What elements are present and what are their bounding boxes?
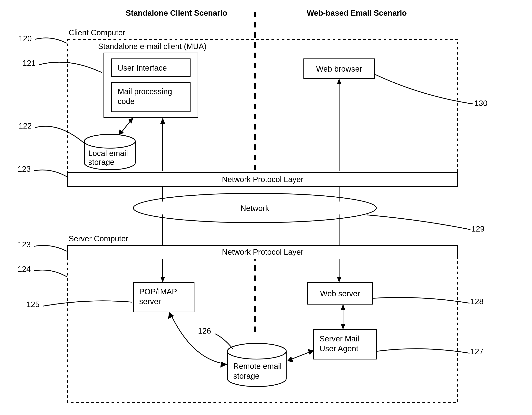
arrow-npl-server-to-webserver [337, 259, 342, 283]
svg-marker-17 [220, 362, 227, 367]
npl-server-label: Network Protocol Layer [222, 248, 304, 256]
ref-122: 122 [19, 121, 32, 130]
ref-123a: 123 [18, 165, 31, 173]
svg-line-1 [121, 120, 131, 133]
ref-124: 124 [18, 265, 31, 273]
smua-l1: Server Mail [320, 334, 359, 343]
web-browser-label: Web browser [316, 65, 362, 73]
remote-storage-l2: storage [233, 372, 259, 380]
ref-130: 130 [474, 99, 487, 108]
ref-125: 125 [27, 300, 40, 309]
ui-label: User Interface [118, 64, 167, 72]
local-storage-l1: Local email [88, 149, 128, 158]
network-label: Network [240, 204, 269, 213]
pop-imap-l2: server [139, 297, 161, 306]
local-storage-l2: storage [88, 158, 114, 166]
web-server-label: Web server [320, 289, 360, 298]
npl-client-label: Network Protocol Layer [222, 175, 304, 184]
svg-marker-16 [168, 312, 174, 319]
lead-126 [215, 334, 233, 349]
local-storage-cylinder: Local email storage [84, 134, 135, 170]
arrow-npl-server-to-pop [160, 259, 165, 283]
arrow-webserver-smua [341, 304, 345, 330]
arrow-mua-to-local [119, 118, 133, 135]
ref-120: 120 [19, 34, 32, 43]
svg-marker-7 [337, 79, 342, 84]
lead-130 [375, 75, 473, 104]
remote-storage-cylinder: Remote email storage [227, 343, 286, 386]
svg-marker-12 [337, 277, 342, 283]
svg-point-8 [227, 343, 286, 359]
svg-marker-20 [287, 356, 294, 362]
remote-storage-l1: Remote email [233, 362, 282, 370]
server-computer-label: Server Computer [69, 234, 128, 243]
mailproc-label-l1: Mail processing [118, 87, 172, 96]
lead-122 [35, 126, 84, 143]
ref-129: 129 [471, 225, 484, 233]
ref-121: 121 [23, 59, 36, 67]
lead-128 [373, 297, 469, 303]
svg-marker-14 [341, 304, 345, 310]
smua-l2: User Agent [320, 344, 358, 353]
svg-marker-10 [160, 277, 165, 283]
lead-124 [34, 270, 67, 277]
ref-126: 126 [198, 326, 211, 335]
svg-line-18 [289, 351, 312, 360]
mua-title: Standalone e-mail client (MUA) [98, 42, 207, 51]
lead-129 [367, 215, 470, 230]
pop-imap-l1: POP/IMAP [139, 287, 177, 296]
lead-125 [43, 301, 132, 306]
lead-120 [35, 38, 67, 43]
heading-webbased: Web-based Email Scenario [307, 9, 407, 17]
ref-123b: 123 [18, 240, 31, 249]
arrow-smua-remote [287, 349, 314, 362]
arrow-pop-remote [168, 312, 227, 367]
arrow-npl-client-to-browser [337, 79, 342, 171]
lead-127 [377, 349, 469, 353]
svg-point-0 [84, 134, 135, 148]
arrow-npl-client-to-mua [160, 118, 165, 171]
lead-123a [34, 170, 67, 177]
lead-123b [34, 246, 67, 251]
heading-standalone: Standalone Client Scenario [126, 9, 227, 17]
svg-marker-19 [308, 349, 314, 355]
ref-127: 127 [470, 347, 484, 356]
lead-121 [39, 62, 102, 73]
ref-128: 128 [470, 297, 484, 306]
svg-marker-15 [341, 324, 345, 330]
mailproc-label-l2: code [118, 97, 135, 106]
svg-marker-5 [160, 118, 165, 124]
client-computer-label: Client Computer [69, 28, 125, 37]
